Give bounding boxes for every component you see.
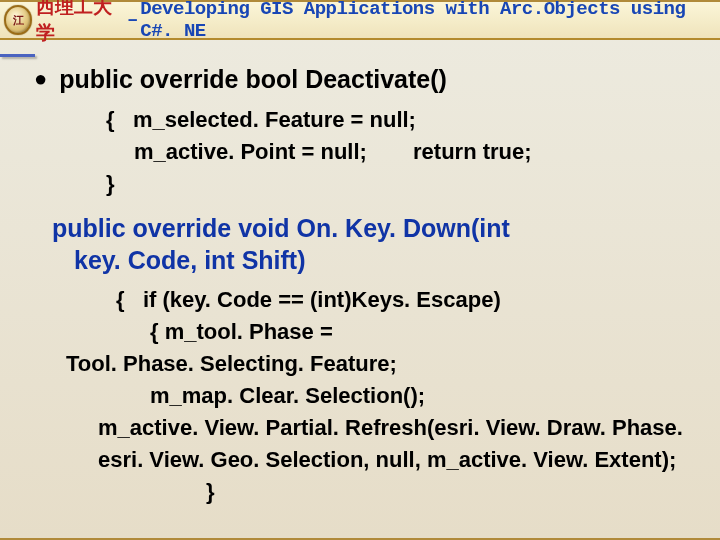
course-title: Developing GIS Applications with Arc.Obj… — [140, 0, 720, 42]
sig-line: public override void On. Key. Down(int — [52, 212, 698, 244]
university-name: 西理工大学 — [36, 0, 125, 46]
deactivate-body: { m_selected. Feature = null; m_active. … — [34, 104, 698, 200]
code-line: m_map. Clear. Selection(); — [66, 380, 698, 412]
method-deactivate-heading: ● public override bool Deactivate() — [34, 64, 698, 94]
sig-line: key. Code, int Shift) — [52, 244, 698, 276]
university-logo: 江 — [4, 5, 32, 35]
slide-content: ● public override bool Deactivate() { m_… — [0, 40, 720, 508]
code-line: } — [106, 168, 698, 200]
code-fragment: return true; — [373, 139, 532, 164]
code-line: { m_selected. Feature = null; — [106, 104, 698, 136]
onkeydown-body: { if (key. Code == (int)Keys. Escape) { … — [34, 284, 698, 508]
logo-glyph: 江 — [13, 13, 24, 28]
slide-header: 江 西理工大学 – Developing GIS Applications wi… — [0, 2, 720, 40]
code-line: Tool. Phase. Selecting. Feature; — [66, 348, 698, 380]
deactivate-signature: public override bool Deactivate() — [59, 64, 447, 94]
code-line: { if (key. Code == (int)Keys. Escape) — [66, 284, 698, 316]
accent-line — [0, 54, 35, 57]
code-line: { m_tool. Phase = — [66, 316, 698, 348]
onkeydown-signature: public override void On. Key. Down(int k… — [34, 212, 698, 276]
code-line: m_active. Point = null; return true; — [106, 136, 698, 168]
header-separator: – — [127, 9, 138, 31]
bullet-icon: ● — [34, 64, 47, 94]
code-line: } — [66, 476, 698, 508]
slide: 江 西理工大学 – Developing GIS Applications wi… — [0, 0, 720, 540]
code-line: esri. View. Geo. Selection, null, m_acti… — [66, 444, 698, 476]
code-fragment: m_active. Point = null; — [106, 139, 367, 164]
code-line: m_active. View. Partial. Refresh(esri. V… — [66, 412, 698, 444]
